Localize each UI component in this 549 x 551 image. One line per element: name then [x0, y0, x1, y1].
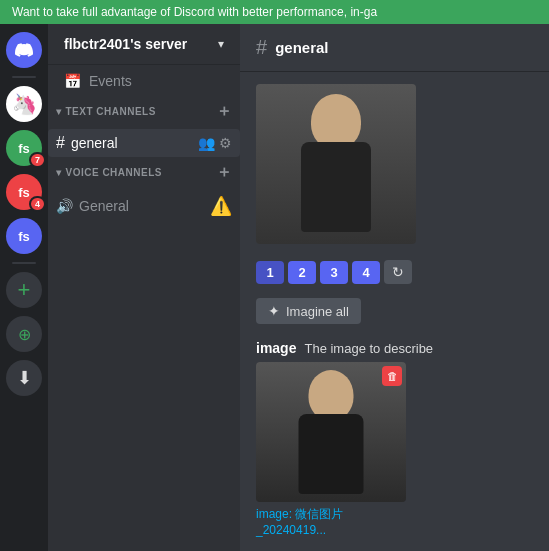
channel-members-icon[interactable]: 👥	[198, 135, 215, 151]
page-button-1[interactable]: 1	[256, 261, 284, 284]
badge-red: 4	[29, 196, 46, 212]
server-icon-fs-green[interactable]: fs 7	[6, 130, 42, 166]
message-block: image The image to describe 🗑 image: 微信图…	[256, 340, 533, 537]
refresh-button[interactable]: ↻	[384, 260, 412, 284]
server-icon-fs-blue[interactable]: fs	[6, 218, 42, 254]
message-header: image The image to describe	[256, 340, 533, 356]
badge-green: 7	[29, 152, 46, 168]
chat-header: # general	[240, 24, 549, 72]
sidebar-divider	[12, 76, 36, 78]
server-sidebar: 🦄 fs 7 fs 4 fs + ⊕ ⬇	[0, 24, 48, 551]
sparkle-icon: ✦	[268, 303, 280, 319]
voice-channel-general[interactable]: 🔊 General ⚠️	[48, 190, 240, 222]
imagine-all-button[interactable]: ✦ Imagine all	[256, 298, 361, 324]
channel-hash-icon: #	[56, 134, 65, 152]
explore-button[interactable]: ⊕	[6, 316, 42, 352]
add-icon: +	[18, 277, 31, 303]
chevron-down-icon: ▾	[218, 37, 224, 51]
voice-category-label: VOICE CHANNELS	[66, 167, 162, 178]
chat-area: # general 1 2 3 4 ↻ ✦ Imagine all	[240, 24, 549, 551]
top-banner: Want to take full advantage of Discord w…	[0, 0, 549, 24]
message-author: image	[256, 340, 296, 356]
delete-image-button[interactable]: 🗑	[382, 366, 402, 386]
server-icon-label-blue: fs	[18, 229, 30, 244]
channel-name-general: general	[71, 135, 198, 151]
channel-item-general[interactable]: # general 👥 ⚙	[48, 129, 240, 157]
events-label: Events	[89, 73, 132, 89]
explore-icon: ⊕	[18, 325, 31, 344]
voice-channel-name: General	[79, 198, 129, 214]
server-header[interactable]: flbctr2401's server ▾	[48, 24, 240, 65]
channel-sidebar: flbctr2401's server ▾ 📅 Events ▾ TEXT CH…	[48, 24, 240, 551]
warning-icon: ⚠️	[210, 195, 232, 217]
download-button[interactable]: ⬇	[6, 360, 42, 396]
category-arrow-icon: ▾	[56, 106, 62, 117]
server-icon-unicorn[interactable]: 🦄	[6, 86, 42, 122]
trash-icon: 🗑	[387, 370, 398, 382]
events-icon: 📅	[64, 73, 81, 89]
add-voice-channel-button[interactable]: ＋	[216, 162, 233, 183]
banner-text: Want to take full advantage of Discord w…	[12, 5, 377, 19]
image-grid	[256, 84, 533, 244]
attachment-inner: 🗑	[256, 362, 406, 502]
server-icon-discord-home[interactable]	[6, 32, 42, 68]
speaker-icon: 🔊	[56, 198, 73, 214]
page-button-4[interactable]: 4	[352, 261, 380, 284]
chat-channel-name: general	[275, 39, 328, 56]
category-arrow-icon-voice: ▾	[56, 167, 62, 178]
text-channels-category[interactable]: ▾ TEXT CHANNELS ＋	[48, 97, 240, 126]
top-image	[256, 84, 416, 244]
sidebar-divider-2	[12, 262, 36, 264]
server-icon-label-red: fs	[18, 185, 30, 200]
server-icon-fs-red[interactable]: fs 4	[6, 174, 42, 210]
server-icon-label: fs	[18, 141, 30, 156]
image-attachment: 🗑 image: 微信图片_20240419...	[256, 362, 406, 537]
add-server-button[interactable]: +	[6, 272, 42, 308]
category-label: TEXT CHANNELS	[66, 106, 156, 117]
voice-channels-category[interactable]: ▾ VOICE CHANNELS ＋	[48, 158, 240, 187]
channel-settings-icon[interactable]: ⚙	[219, 135, 232, 151]
download-icon: ⬇	[17, 367, 32, 389]
page-button-3[interactable]: 3	[320, 261, 348, 284]
events-item[interactable]: 📅 Events	[48, 65, 240, 97]
chat-messages: 1 2 3 4 ↻ ✦ Imagine all image The image …	[240, 72, 549, 551]
chat-hash-icon: #	[256, 36, 267, 59]
message-text: The image to describe	[304, 341, 433, 356]
image-link[interactable]: image: 微信图片_20240419...	[256, 506, 406, 537]
server-name: flbctr2401's server	[64, 36, 187, 52]
pagination-row: 1 2 3 4 ↻	[256, 260, 533, 284]
page-button-2[interactable]: 2	[288, 261, 316, 284]
imagine-btn-label: Imagine all	[286, 304, 349, 319]
add-text-channel-button[interactable]: ＋	[216, 101, 233, 122]
